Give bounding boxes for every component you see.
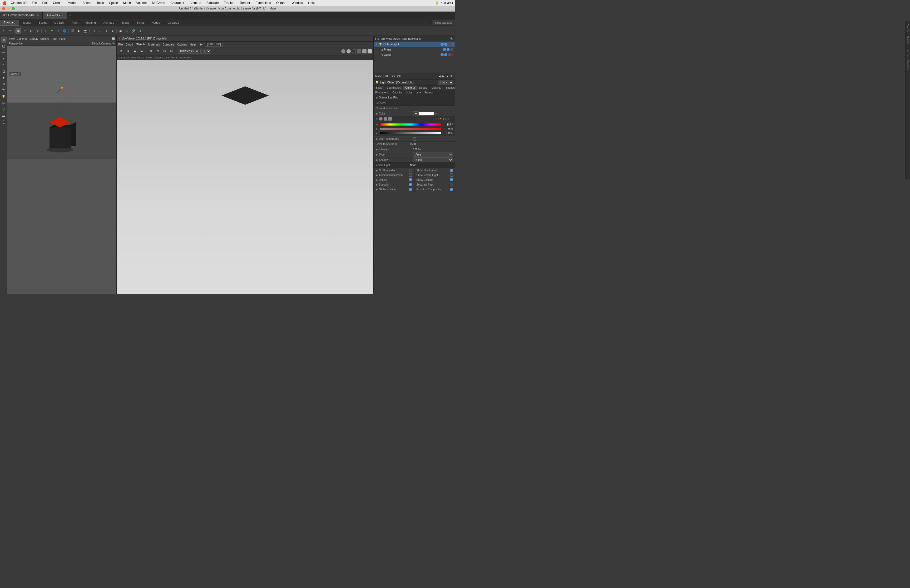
- attr-color-eyedropper-icon[interactable]: ✏: [435, 112, 437, 115]
- check-sc-checkbox[interactable]: ✓: [450, 178, 453, 181]
- menu-extensions[interactable]: Extensions: [254, 0, 272, 5]
- x-axis[interactable]: X: [43, 28, 48, 34]
- octane-menu-help[interactable]: Help: [190, 43, 196, 46]
- undo-button[interactable]: ↶: [1, 28, 7, 34]
- attr-tab-shadow[interactable]: Shadow: [443, 86, 455, 90]
- obj-menu-tags[interactable]: Tags: [402, 37, 407, 40]
- color-mode-H-btn[interactable]: H: [440, 117, 441, 120]
- layout-tab-rigging[interactable]: Rigging: [82, 20, 100, 25]
- octane-settings-btn[interactable]: ⚙: [148, 48, 154, 54]
- layout-tab-nodes[interactable]: Nodes: [148, 20, 164, 25]
- obj-search-icon[interactable]: 🔍: [450, 37, 453, 40]
- layout-tab-track[interactable]: Track: [118, 20, 133, 25]
- menu-mograph[interactable]: MoGraph: [151, 0, 166, 5]
- color-mode-extra2[interactable]: #: [448, 117, 449, 120]
- vis-cube-3[interactable]: [448, 53, 451, 57]
- move-tool[interactable]: ✛: [22, 28, 27, 34]
- attr-close-icon[interactable]: ✕: [376, 117, 378, 120]
- check-si-checkbox[interactable]: ✓: [450, 169, 453, 172]
- octane-menu-objects[interactable]: Objects: [136, 43, 145, 46]
- apple-logo-icon[interactable]: 🍎: [2, 1, 6, 5]
- attr-userdata-btn[interactable]: User Data: [390, 75, 401, 78]
- menu-select[interactable]: Select: [81, 0, 92, 5]
- menu-tools[interactable]: Tools: [95, 0, 105, 5]
- close-button[interactable]: [2, 7, 5, 10]
- tab-add-button[interactable]: +: [67, 13, 73, 18]
- menu-create[interactable]: Create: [52, 0, 63, 5]
- maximize-button[interactable]: [11, 7, 15, 10]
- attr-type-dropdown[interactable]: Area: [413, 152, 453, 157]
- attr-tab-coords[interactable]: Coordinates: [385, 86, 403, 90]
- menu-edit[interactable]: Edit: [41, 0, 49, 5]
- c4d-viewport[interactable]: View Cameras Display Options Filter Pane…: [7, 36, 116, 294]
- camera-btn[interactable]: 📷: [1, 87, 6, 93]
- octane-close-icon[interactable]: ✕: [118, 37, 120, 40]
- obj-menu-file[interactable]: File: [375, 37, 380, 40]
- floor-btn[interactable]: ▬: [1, 113, 6, 118]
- layout-tab-visualize[interactable]: Visualize: [164, 20, 183, 25]
- octane-refresh-btn[interactable]: ↺: [118, 48, 124, 54]
- color-mode-extra3[interactable]: ⋯: [450, 117, 453, 120]
- octane-menu-materials[interactable]: Materials: [148, 43, 160, 46]
- rotate-tool[interactable]: ↻: [34, 28, 40, 34]
- layout-tab-animate[interactable]: Animate: [100, 20, 118, 25]
- attr-tab-visibility[interactable]: Visibility: [430, 86, 444, 90]
- new-layouts-button[interactable]: New Layouts: [432, 20, 455, 25]
- octane-region-btn[interactable]: ⊞: [155, 48, 161, 54]
- val-slider[interactable]: [380, 132, 441, 134]
- y-axis[interactable]: Y: [49, 28, 55, 34]
- z-axis[interactable]: Z: [55, 28, 61, 34]
- tab-kernels[interactable]: 3⬡ Octane Kernels.c4d • ✕: [0, 11, 43, 19]
- vis-cube-2[interactable]: [444, 53, 448, 57]
- move-tool-btn[interactable]: ⊕: [1, 37, 6, 43]
- check-sp-checkbox[interactable]: [450, 183, 453, 186]
- menu-file[interactable]: File: [31, 0, 38, 5]
- octane-snap-btn[interactable]: ⌬: [162, 48, 168, 54]
- attr-subtab-photometric[interactable]: Photometric: [373, 90, 391, 95]
- check-svl-checkbox[interactable]: [450, 173, 453, 177]
- snap-toggle[interactable]: 🔗: [130, 28, 136, 34]
- hue-slider[interactable]: [380, 123, 441, 126]
- spline-btn[interactable]: 〜: [1, 62, 6, 68]
- viewport-menu-view[interactable]: View: [9, 37, 15, 40]
- attr-edit-btn[interactable]: Edit: [383, 75, 388, 78]
- octane-record-btn[interactable]: ⏺: [132, 48, 138, 54]
- attr-color-swatch[interactable]: [419, 112, 434, 116]
- material-btn[interactable]: ⬡: [1, 106, 6, 112]
- object-row-plane[interactable]: ◻ Plane: [373, 47, 455, 52]
- tab-untitled3-close[interactable]: ✕: [61, 14, 63, 16]
- hdr-dropdown[interactable]: HDR/sRGB: [178, 49, 199, 54]
- select-tool[interactable]: ▣: [16, 28, 21, 34]
- menu-octane[interactable]: Octane: [275, 0, 288, 5]
- obj-menu-bookmarks[interactable]: Bookmarks: [408, 37, 421, 40]
- color-mode2-btn[interactable]: [346, 49, 351, 53]
- redo-button[interactable]: ↷: [7, 28, 13, 34]
- menu-simulate[interactable]: Simulate: [205, 0, 220, 5]
- render-preview[interactable]: 🎬: [70, 28, 76, 34]
- point-mode[interactable]: ◦: [97, 28, 103, 34]
- vis-plane-1[interactable]: [443, 48, 446, 51]
- viewport-menu-filter[interactable]: Filter: [51, 37, 57, 40]
- menu-volume[interactable]: Volume: [135, 0, 148, 5]
- edge-mode[interactable]: ⌇: [103, 28, 109, 34]
- viewport-menu-cameras[interactable]: Cameras: [17, 37, 27, 40]
- tab-kernels-close[interactable]: ✕: [37, 14, 39, 16]
- grid-toggle[interactable]: ⊞: [124, 28, 130, 34]
- menu-window[interactable]: Window: [291, 0, 304, 5]
- check-gi-checkbox[interactable]: ✓: [409, 188, 412, 191]
- sat-slider[interactable]: [380, 128, 441, 130]
- attr-shadow-dropdown[interactable]: None: [413, 157, 453, 162]
- select-btn[interactable]: ▢: [1, 43, 6, 49]
- layout-tab-sculpt[interactable]: Sculpt: [35, 20, 51, 25]
- attr-nav-up[interactable]: ▲: [446, 75, 449, 78]
- color-mode-triangle-btn[interactable]: [388, 117, 392, 121]
- attr-search-icon[interactable]: 🔍: [450, 75, 453, 78]
- vis-dot-3[interactable]: [448, 43, 451, 46]
- menu-tracker[interactable]: Tracker: [223, 0, 236, 5]
- viewport-menu-panel[interactable]: Panel: [60, 37, 66, 40]
- color-mode-square-btn[interactable]: [384, 117, 387, 121]
- object-row-cube[interactable]: ◻ Cube ■: [373, 52, 455, 57]
- window-controls[interactable]: [2, 7, 15, 10]
- color-mode-wheel-btn[interactable]: [379, 117, 383, 121]
- generator-btn[interactable]: ◈: [1, 75, 6, 81]
